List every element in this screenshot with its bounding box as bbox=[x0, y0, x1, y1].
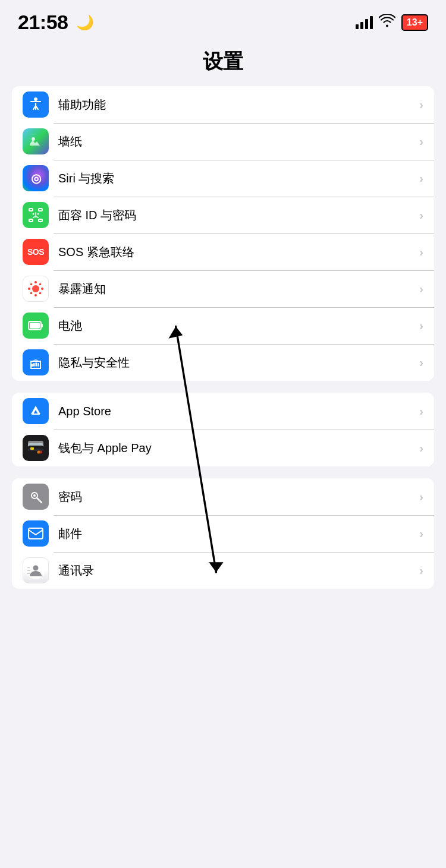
siri-chevron: › bbox=[419, 172, 423, 185]
signal-bars-icon bbox=[356, 16, 373, 29]
appstore-chevron: › bbox=[419, 405, 423, 418]
svg-rect-22 bbox=[36, 362, 37, 367]
signal-bar-4 bbox=[370, 16, 373, 29]
row-exposure[interactable]: 暴露通知 › bbox=[12, 270, 434, 307]
accessibility-chevron: › bbox=[419, 98, 423, 112]
battery-chevron: › bbox=[419, 319, 423, 333]
row-sos[interactable]: SOS SOS 紧急联络 › bbox=[12, 233, 434, 270]
svg-point-16 bbox=[30, 292, 33, 295]
svg-point-6 bbox=[33, 213, 34, 215]
svg-point-11 bbox=[34, 294, 37, 296]
svg-point-39 bbox=[33, 566, 39, 571]
row-contacts[interactable]: 通讯录 › bbox=[12, 552, 434, 589]
svg-rect-19 bbox=[41, 324, 43, 327]
passwords-label: 密码 bbox=[58, 489, 414, 505]
svg-rect-3 bbox=[39, 209, 42, 211]
siri-icon: ◎ bbox=[23, 165, 49, 191]
svg-rect-2 bbox=[29, 209, 33, 211]
passwords-chevron: › bbox=[419, 490, 423, 504]
status-time: 21:58 bbox=[18, 11, 68, 34]
svg-rect-24 bbox=[32, 364, 33, 367]
faceid-label: 面容 ID 与密码 bbox=[58, 207, 414, 223]
battery-indicator: 13+ bbox=[401, 14, 428, 31]
row-appstore[interactable]: App Store › bbox=[12, 393, 434, 430]
accessibility-icon bbox=[23, 91, 49, 118]
mail-icon bbox=[23, 520, 49, 547]
signal-bar-3 bbox=[365, 19, 368, 29]
main-wrapper: 21:58 🌙 13+ 设置 bbox=[0, 0, 446, 589]
privacy-icon bbox=[23, 349, 49, 375]
row-privacy[interactable]: 隐私与安全性 › bbox=[12, 344, 434, 381]
appstore-label: App Store bbox=[58, 405, 414, 418]
settings-group-1: 辅助功能 › 墙纸 › ◎ Siri 与搜索 › bbox=[12, 86, 434, 381]
exposure-chevron: › bbox=[419, 282, 423, 296]
svg-point-9 bbox=[32, 285, 39, 292]
svg-rect-5 bbox=[39, 219, 42, 222]
wallet-chevron: › bbox=[419, 441, 423, 455]
row-passwords[interactable]: 密码 › bbox=[12, 478, 434, 515]
svg-point-36 bbox=[33, 494, 36, 497]
faceid-icon bbox=[23, 202, 49, 228]
sos-icon: SOS bbox=[23, 239, 49, 265]
contacts-label: 通讯录 bbox=[58, 563, 414, 579]
svg-rect-30 bbox=[28, 449, 43, 451]
svg-point-13 bbox=[41, 288, 43, 290]
contacts-chevron: › bbox=[419, 564, 423, 577]
status-bar: 21:58 🌙 13+ bbox=[0, 0, 446, 40]
svg-point-10 bbox=[34, 281, 37, 283]
page-title: 设置 bbox=[0, 40, 446, 86]
faceid-chevron: › bbox=[419, 209, 423, 222]
settings-group-3: 密码 › 邮件 › bbox=[12, 478, 434, 589]
svg-point-7 bbox=[37, 213, 39, 215]
passwords-icon bbox=[23, 484, 49, 510]
svg-point-15 bbox=[39, 283, 42, 286]
svg-rect-4 bbox=[29, 219, 33, 222]
wifi-icon bbox=[379, 14, 395, 31]
svg-point-1 bbox=[32, 137, 35, 141]
row-wallpaper[interactable]: 墙纸 › bbox=[12, 123, 434, 160]
moon-icon: 🌙 bbox=[76, 14, 94, 31]
wallet-icon bbox=[23, 435, 49, 461]
svg-point-14 bbox=[30, 283, 33, 286]
battery-label: 电池 bbox=[58, 318, 414, 334]
svg-line-35 bbox=[37, 498, 42, 503]
mail-chevron: › bbox=[419, 527, 423, 541]
svg-rect-23 bbox=[37, 363, 39, 367]
wallpaper-icon bbox=[23, 128, 49, 154]
battery-icon bbox=[23, 313, 49, 339]
row-siri[interactable]: ◎ Siri 与搜索 › bbox=[12, 160, 434, 197]
svg-point-0 bbox=[34, 97, 37, 101]
contacts-icon bbox=[23, 557, 49, 583]
wallpaper-label: 墙纸 bbox=[58, 134, 414, 150]
exposure-label: 暴露通知 bbox=[58, 281, 414, 297]
row-faceid[interactable]: 面容 ID 与密码 › bbox=[12, 197, 434, 233]
svg-rect-37 bbox=[29, 528, 43, 539]
privacy-chevron: › bbox=[419, 356, 423, 370]
siri-label: Siri 与搜索 bbox=[58, 171, 414, 187]
exposure-icon-wrapper bbox=[23, 276, 49, 302]
settings-group-2: App Store › bbox=[12, 393, 434, 466]
svg-point-33 bbox=[39, 451, 42, 454]
sos-chevron: › bbox=[419, 245, 423, 259]
row-wallet[interactable]: 钱包与 Apple Pay › bbox=[12, 430, 434, 466]
status-icons: 13+ bbox=[356, 14, 428, 31]
row-accessibility[interactable]: 辅助功能 › bbox=[12, 86, 434, 123]
svg-rect-20 bbox=[30, 323, 40, 329]
svg-rect-31 bbox=[30, 447, 34, 450]
sos-label: SOS 紧急联络 bbox=[58, 244, 414, 260]
signal-bar-1 bbox=[356, 24, 359, 29]
svg-point-12 bbox=[28, 288, 30, 290]
accessibility-label: 辅助功能 bbox=[58, 97, 414, 113]
signal-bar-2 bbox=[360, 22, 363, 29]
mail-label: 邮件 bbox=[58, 526, 414, 542]
svg-rect-21 bbox=[33, 363, 35, 367]
row-battery[interactable]: 电池 › bbox=[12, 307, 434, 344]
wallpaper-chevron: › bbox=[419, 135, 423, 149]
privacy-label: 隐私与安全性 bbox=[58, 355, 414, 371]
row-mail[interactable]: 邮件 › bbox=[12, 515, 434, 552]
svg-point-17 bbox=[39, 292, 42, 295]
wallet-label: 钱包与 Apple Pay bbox=[58, 440, 414, 456]
appstore-icon bbox=[23, 398, 49, 424]
